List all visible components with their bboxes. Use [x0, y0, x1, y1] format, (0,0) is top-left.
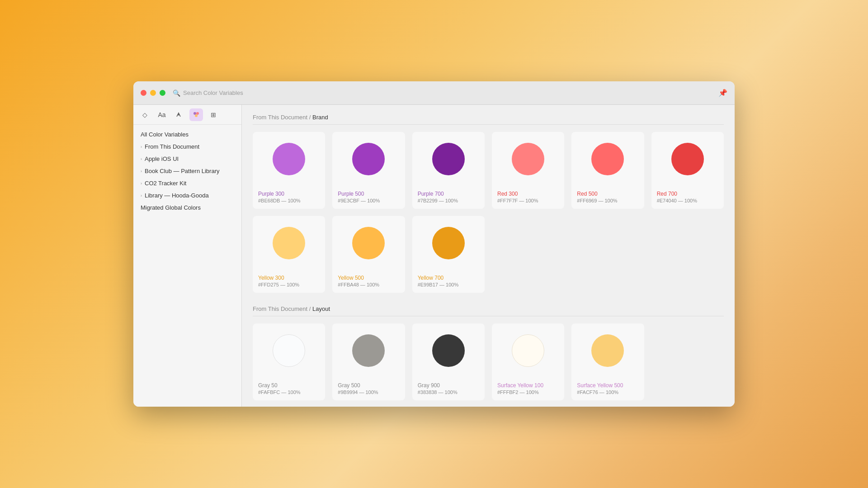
color-name-red-300: Red 300: [497, 191, 559, 197]
sidebar-item-co2-tracker-kit[interactable]: › CO2 Tracker Kit: [133, 177, 241, 189]
layout-breadcrumb-path: From This Document /: [253, 305, 312, 312]
color-info-yellow-300: Yellow 300 #FFD275 — 100%: [253, 270, 325, 293]
color-circle-purple-500: [352, 143, 385, 175]
grid-tool-button[interactable]: ⊞: [207, 108, 220, 121]
chevron-icon: ›: [141, 169, 142, 174]
color-name-red-500: Red 500: [577, 191, 638, 197]
color-card-red-500: Red 500 #FF6969 — 100%: [571, 132, 644, 209]
color-card-surface-yellow-100: Surface Yellow 100 #FFFBF2 — 100%: [492, 324, 564, 400]
color-swatch-yellow-500: [332, 216, 405, 270]
color-card-yellow-300: Yellow 300 #FFD275 — 100%: [253, 216, 325, 293]
color-name-purple-500: Purple 500: [338, 191, 399, 197]
style-tool-button[interactable]: [172, 108, 186, 121]
color-swatch-gray-900: [412, 324, 485, 378]
color-info-gray-50: Gray 50 #FAFBFC — 100%: [253, 378, 325, 400]
color-info-purple-500: Purple 500 #9E3CBF — 100%: [332, 186, 405, 209]
color-circle-red-300: [512, 143, 544, 175]
color-hex-red-700: #E74040 — 100%: [657, 198, 718, 203]
color-hex-purple-700: #7B2299 — 100%: [418, 198, 479, 203]
svg-point-3: [195, 114, 198, 117]
color-vars-tool-button[interactable]: [189, 108, 203, 121]
color-swatch-red-700: [651, 132, 724, 186]
color-info-surface-yellow-100: Surface Yellow 100 #FFFBF2 — 100%: [492, 378, 564, 400]
color-info-surface-yellow-500: Surface Yellow 500 #FACF76 — 100%: [571, 378, 644, 400]
content-area: From This Document / Brand Purple 300 #B…: [242, 105, 735, 407]
sidebar: ◇ Aa ⊞: [133, 105, 242, 407]
color-card-red-300: Red 300 #FF7F7F — 100%: [492, 132, 564, 209]
search-input[interactable]: Search Color Variables: [183, 89, 243, 96]
color-hex-purple-500: #9E3CBF — 100%: [338, 198, 399, 203]
color-info-yellow-700: Yellow 700 #E99B17 — 100%: [412, 270, 485, 293]
color-swatch-purple-300: [253, 132, 325, 186]
color-name-purple-700: Purple 700: [418, 191, 479, 197]
sidebar-item-book-club-pattern-library[interactable]: › Book Club — Pattern Library: [133, 165, 241, 177]
color-info-red-700: Red 700 #E74040 — 100%: [651, 186, 724, 209]
color-circle-surface-yellow-500: [591, 334, 624, 367]
maximize-button[interactable]: [160, 90, 165, 96]
color-circle-purple-700: [432, 143, 465, 175]
sidebar-item-apple-ios-ui[interactable]: › Apple iOS UI: [133, 153, 241, 165]
color-info-purple-300: Purple 300 #BE68DB — 100%: [253, 186, 325, 209]
color-name-gray-50: Gray 50: [258, 382, 320, 389]
color-swatch-red-500: [571, 132, 644, 186]
titlebar: 🔍 Search Color Variables 📌: [133, 81, 735, 105]
shape-tool-button[interactable]: ◇: [138, 108, 151, 121]
color-hex-surface-yellow-500: #FACF76 — 100%: [577, 389, 638, 395]
color-hex-yellow-700: #E99B17 — 100%: [418, 282, 479, 287]
brand-section: From This Document / Brand Purple 300 #B…: [253, 114, 724, 293]
chevron-icon: ›: [141, 181, 142, 186]
svg-point-1: [193, 112, 196, 115]
sidebar-item-migrated-global-colors[interactable]: Migrated Global Colors: [133, 202, 241, 214]
color-hex-yellow-300: #FFD275 — 100%: [258, 282, 320, 287]
color-circle-red-700: [671, 143, 704, 175]
minimize-button[interactable]: [150, 90, 156, 96]
brand-color-grid: Purple 300 #BE68DB — 100% Purple 500 #9E…: [253, 132, 724, 293]
pin-icon[interactable]: 📌: [718, 89, 727, 97]
color-swatch-purple-500: [332, 132, 405, 186]
main-layout: ◇ Aa ⊞: [133, 105, 735, 407]
app-window: 🔍 Search Color Variables 📌 ◇ Aa: [133, 81, 735, 407]
color-name-yellow-500: Yellow 500: [338, 275, 399, 281]
color-hex-gray-900: #383838 — 100%: [418, 389, 479, 395]
color-hex-red-500: #FF6969 — 100%: [577, 198, 638, 203]
color-circle-gray-50: [273, 334, 305, 367]
color-swatch-yellow-700: [412, 216, 485, 270]
color-circle-yellow-300: [273, 227, 305, 259]
sidebar-item-library-hooda-gooda[interactable]: › Library — Hooda-Gooda: [133, 189, 241, 202]
color-name-yellow-700: Yellow 700: [418, 275, 479, 281]
color-hex-surface-yellow-100: #FFFBF2 — 100%: [497, 389, 559, 395]
color-swatch-surface-yellow-500: [571, 324, 644, 378]
sidebar-item-all-color-variables[interactable]: All Color Variables: [133, 128, 241, 141]
layout-color-grid: Gray 50 #FAFBFC — 100% Gray 500 #9B9994 …: [253, 324, 724, 400]
close-button[interactable]: [141, 90, 146, 96]
color-circle-yellow-700: [432, 227, 465, 259]
breadcrumb-current: Brand: [312, 114, 328, 121]
color-card-yellow-700: Yellow 700 #E99B17 — 100%: [412, 216, 485, 293]
color-swatch-surface-yellow-100: [492, 324, 564, 378]
color-swatch-red-300: [492, 132, 564, 186]
color-card-gray-50: Gray 50 #FAFBFC — 100%: [253, 324, 325, 400]
text-tool-button[interactable]: Aa: [155, 108, 169, 121]
color-card-purple-500: Purple 500 #9E3CBF — 100%: [332, 132, 405, 209]
color-circle-gray-900: [432, 334, 465, 367]
color-name-gray-500: Gray 500: [338, 382, 399, 389]
color-info-yellow-500: Yellow 500 #FFBA48 — 100%: [332, 270, 405, 293]
color-card-red-700: Red 700 #E74040 — 100%: [651, 132, 724, 209]
color-hex-gray-50: #FAFBFC — 100%: [258, 389, 320, 395]
traffic-lights: [141, 90, 165, 96]
color-info-gray-500: Gray 500 #9B9994 — 100%: [332, 378, 405, 400]
color-swatch-gray-50: [253, 324, 325, 378]
layout-section: From This Document / Layout Gray 50 #FAF…: [253, 305, 724, 400]
color-hex-yellow-500: #FFBA48 — 100%: [338, 282, 399, 287]
color-swatch-gray-500: [332, 324, 405, 378]
color-name-purple-300: Purple 300: [258, 191, 320, 197]
color-swatch-yellow-300: [253, 216, 325, 270]
color-info-red-300: Red 300 #FF7F7F — 100%: [492, 186, 564, 209]
chevron-icon: ›: [141, 193, 142, 198]
color-hex-gray-500: #9B9994 — 100%: [338, 389, 399, 395]
color-circle-surface-yellow-100: [512, 334, 544, 367]
chevron-icon: ›: [141, 145, 142, 149]
color-circle-yellow-500: [352, 227, 385, 259]
color-card-surface-yellow-500: Surface Yellow 500 #FACF76 — 100%: [571, 324, 644, 400]
sidebar-item-from-this-document[interactable]: › From This Document: [133, 141, 241, 153]
